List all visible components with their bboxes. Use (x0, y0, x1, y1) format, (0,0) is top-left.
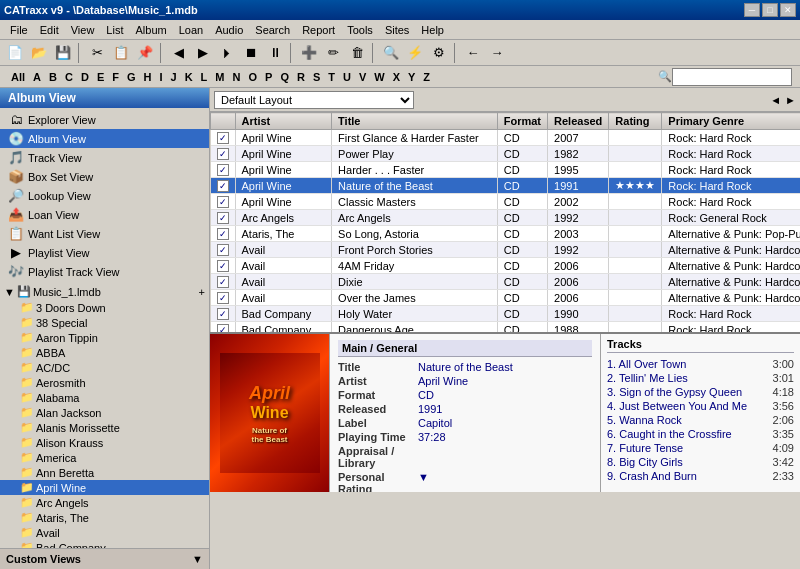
alpha-m[interactable]: M (212, 70, 227, 84)
track-item[interactable]: 1. All Over Town3:00 (607, 357, 794, 371)
row-checkbox[interactable] (211, 146, 236, 162)
nav-playlist-track-view[interactable]: 🎶 Playlist Track View (0, 262, 209, 281)
nav-explorer-view[interactable]: 🗂 Explorer View (0, 110, 209, 129)
menu-item-view[interactable]: View (65, 22, 101, 38)
row-checkbox[interactable] (211, 194, 236, 210)
alpha-l[interactable]: L (198, 70, 211, 84)
checkbox-icon[interactable] (217, 228, 229, 240)
tree-item-abba[interactable]: 📁 ABBA (0, 345, 209, 360)
tree-add-icon[interactable]: + (199, 286, 205, 298)
alpha-a[interactable]: A (30, 70, 44, 84)
alpha-j[interactable]: J (168, 70, 180, 84)
save-icon[interactable]: 💾 (52, 43, 74, 63)
alpha-o[interactable]: O (245, 70, 260, 84)
row-checkbox[interactable] (211, 226, 236, 242)
table-row[interactable]: April WinePower PlayCD1982Rock: Hard Roc… (211, 146, 801, 162)
checkbox-icon[interactable] (217, 244, 229, 256)
checkbox-icon[interactable] (217, 308, 229, 320)
col-rating[interactable]: Rating (609, 113, 662, 130)
checkbox-icon[interactable] (217, 196, 229, 208)
scroll-right-icon[interactable]: ► (785, 94, 796, 106)
nav-want-list-view[interactable]: 📋 Want List View (0, 224, 209, 243)
stop-icon[interactable]: ⏹ (240, 43, 262, 63)
menu-item-help[interactable]: Help (415, 22, 450, 38)
close-button[interactable]: ✕ (780, 3, 796, 17)
paste-icon[interactable]: 📌 (134, 43, 156, 63)
track-item[interactable]: 9. Crash And Burn2:33 (607, 469, 794, 483)
forward-icon[interactable]: ▶ (192, 43, 214, 63)
table-row[interactable]: April WineNature of the BeastCD1991★★★★R… (211, 178, 801, 194)
alpha-k[interactable]: K (182, 70, 196, 84)
detail-personal-rating-dropdown[interactable]: ▼ (418, 471, 429, 492)
nav-box-set-view[interactable]: 📦 Box Set View (0, 167, 209, 186)
row-checkbox[interactable] (211, 242, 236, 258)
row-checkbox[interactable] (211, 290, 236, 306)
table-row[interactable]: April WineClassic MastersCD2002Rock: Har… (211, 194, 801, 210)
alpha-e[interactable]: E (94, 70, 107, 84)
tree-item-ann-beretta[interactable]: 📁 Ann Beretta (0, 465, 209, 480)
alpha-g[interactable]: G (124, 70, 139, 84)
table-row[interactable]: AvailDixieCD2006Alternative & Punk: Hard… (211, 274, 801, 290)
search-icon[interactable]: 🔍 (380, 43, 402, 63)
back-icon[interactable]: ◀ (168, 43, 190, 63)
track-item[interactable]: 5. Wanna Rock2:06 (607, 413, 794, 427)
alpha-d[interactable]: D (78, 70, 92, 84)
play-icon[interactable]: ⏵ (216, 43, 238, 63)
maximize-button[interactable]: □ (762, 3, 778, 17)
col-title[interactable]: Title (332, 113, 498, 130)
nav-track-view[interactable]: 🎵 Track View (0, 148, 209, 167)
alpha-f[interactable]: F (109, 70, 122, 84)
checkbox-icon[interactable] (217, 132, 229, 144)
open-icon[interactable]: 📂 (28, 43, 50, 63)
menu-item-loan[interactable]: Loan (173, 22, 209, 38)
tree-item-ac/dc[interactable]: 📁 AC/DC (0, 360, 209, 375)
menu-item-audio[interactable]: Audio (209, 22, 249, 38)
track-item[interactable]: 7. Future Tense4:09 (607, 441, 794, 455)
settings-icon[interactable]: ⚙ (428, 43, 450, 63)
tree-item-3-doors-down[interactable]: 📁 3 Doors Down (0, 300, 209, 315)
nav-playlist-view[interactable]: ▶ Playlist View (0, 243, 209, 262)
col-released[interactable]: Released (548, 113, 609, 130)
layout-select[interactable]: Default Layout Compact Layout Full Detai… (214, 91, 414, 109)
alpha-n[interactable]: N (230, 70, 244, 84)
alpha-t[interactable]: T (325, 70, 338, 84)
tree-item-aaron-tippin[interactable]: 📁 Aaron Tippin (0, 330, 209, 345)
row-checkbox[interactable] (211, 162, 236, 178)
row-checkbox[interactable] (211, 178, 236, 194)
checkbox-icon[interactable] (217, 276, 229, 288)
new-icon[interactable]: 📄 (4, 43, 26, 63)
tree-item-38-special[interactable]: 📁 38 Special (0, 315, 209, 330)
table-row[interactable]: Avail4AM FridayCD2006Alternative & Punk:… (211, 258, 801, 274)
table-scroll-container[interactable]: Artist Title Format Released Rating Prim… (210, 112, 800, 332)
cut-icon[interactable]: ✂ (86, 43, 108, 63)
pause-icon[interactable]: ⏸ (264, 43, 286, 63)
row-checkbox[interactable] (211, 322, 236, 333)
menu-item-album[interactable]: Album (129, 22, 172, 38)
menu-item-file[interactable]: File (4, 22, 34, 38)
checkbox-icon[interactable] (217, 148, 229, 160)
alpha-w[interactable]: W (371, 70, 387, 84)
track-item[interactable]: 8. Big City Girls3:42 (607, 455, 794, 469)
row-checkbox[interactable] (211, 306, 236, 322)
track-item[interactable]: 3. Sign of the Gypsy Queen4:18 (607, 385, 794, 399)
scroll-left-icon[interactable]: ◄ (770, 94, 781, 106)
table-row[interactable]: Bad CompanyDangerous AgeCD1988Rock: Hard… (211, 322, 801, 333)
menu-item-report[interactable]: Report (296, 22, 341, 38)
right-arrow-icon[interactable]: → (486, 43, 508, 63)
checkbox-icon[interactable] (217, 212, 229, 224)
table-row[interactable]: Bad CompanyHoly WaterCD1990Rock: Hard Ro… (211, 306, 801, 322)
alpha-p[interactable]: P (262, 70, 275, 84)
checkbox-icon[interactable] (217, 164, 229, 176)
table-row[interactable]: April WineHarder . . . FasterCD1995Rock:… (211, 162, 801, 178)
tree-item-bad-company[interactable]: 📁 Bad Company (0, 540, 209, 548)
alpha-z[interactable]: Z (420, 70, 433, 84)
copy-icon[interactable]: 📋 (110, 43, 132, 63)
alpha-search-input[interactable] (672, 68, 792, 86)
tree-item-aerosmith[interactable]: 📁 Aerosmith (0, 375, 209, 390)
menu-item-list[interactable]: List (100, 22, 129, 38)
alpha-r[interactable]: R (294, 70, 308, 84)
left-arrow-icon[interactable]: ← (462, 43, 484, 63)
alpha-q[interactable]: Q (277, 70, 292, 84)
alpha-y[interactable]: Y (405, 70, 418, 84)
col-format[interactable]: Format (497, 113, 547, 130)
